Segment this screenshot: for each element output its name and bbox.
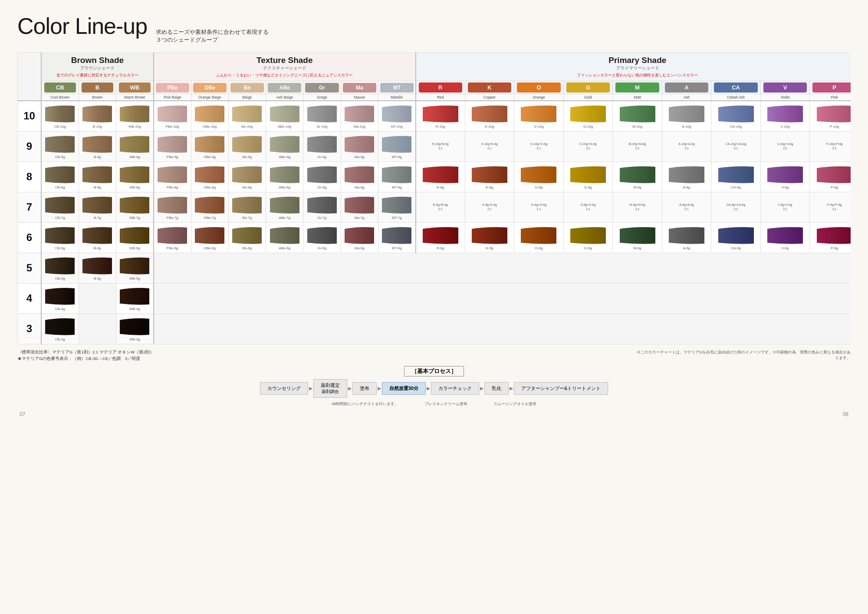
- level-5-num: 5: [18, 253, 41, 283]
- process-title: ［基本プロセス］: [404, 366, 464, 376]
- primary-shade-jp: プライマリーシェード: [419, 65, 851, 71]
- k-label: Copper: [465, 94, 514, 101]
- color-chart-table: Brown Shade ブラウンシェード 全てのグレイ素材に対応するナチュラルカ…: [17, 53, 851, 344]
- ca-label: Cobalt Ash: [711, 94, 761, 101]
- texture-shade-jp: テクスチャーシェード: [157, 65, 413, 71]
- page-num-left: 07: [20, 411, 25, 417]
- be-10: Be-10g: [228, 101, 266, 131]
- color-note: ★マテリアGの色番号表示：（例）CB-3G→C8／色調 3／明度: [17, 356, 154, 362]
- v-10: V-10g: [760, 101, 810, 131]
- level-9-num: 9: [18, 131, 41, 162]
- g-label: Gold: [563, 94, 613, 101]
- step-7: アフターシャンプー&トリートメント: [514, 382, 608, 395]
- level-6-num: 6: [18, 222, 41, 253]
- disclaimer: ※このカラーチャートは、マテリアGを白毛に染め続けた時のイメージです。※印刷物の…: [634, 350, 851, 361]
- level-7-num: 7: [18, 192, 41, 222]
- obe-label: Orange Beige: [191, 94, 228, 101]
- wb-10: WB-10g: [116, 101, 154, 131]
- m-label: Matt: [613, 94, 662, 101]
- level-8-row: 8 CB-8g B-8g WB-8g PBe-8g OBe-8g: [18, 162, 851, 192]
- gr-label: Grege: [303, 94, 341, 101]
- ma-10: Ma-10g: [341, 101, 378, 131]
- v-label: Violet: [760, 94, 810, 101]
- step-6: 乳化: [484, 382, 509, 395]
- brown-shade-desc: 全てのグレイ素材に対応するナチュラルカラー: [44, 73, 151, 78]
- ma-label: Mauve: [341, 94, 378, 101]
- o-label: Orange: [514, 94, 564, 101]
- step-2: 薬剤選定 薬剤調合: [313, 379, 347, 398]
- a-label: Ash: [662, 94, 711, 101]
- b-label: Brown: [79, 94, 116, 101]
- label-row: Cool Brown Brown Warm Brown Pink Beige O…: [18, 94, 851, 101]
- gr-10: Gr-10g: [303, 101, 341, 131]
- page-title: Color Line-up: [17, 13, 147, 39]
- mt-10: MT-10g: [378, 101, 415, 131]
- texture-shade-title: Texture Shade: [157, 56, 413, 65]
- be-label: Beige: [228, 94, 266, 101]
- brown-shade-jp: ブラウンシェード: [44, 65, 151, 71]
- m-10: M-10g: [613, 101, 662, 131]
- level-9-row: 9 CB-9g B-9g WB-9g PBe-9g OBe-9g: [18, 131, 851, 162]
- g-10: G-10g: [563, 101, 613, 131]
- brown-shade-title: Brown Shade: [44, 56, 151, 65]
- cb-10: CB-10g: [41, 101, 79, 131]
- mt-label: Metallic: [378, 94, 415, 101]
- step-3: 塗布: [352, 382, 377, 395]
- level-5-row: 5 CB-5g B-5g WB-5g: [18, 253, 851, 283]
- r-label: Red: [416, 94, 465, 101]
- level-3-row: 3 CB-3g WB-3g: [18, 314, 851, 344]
- chip-code-row: CB B WB PBe OBe Be ABe Gr: [18, 81, 851, 94]
- primary-shade-desc: ファッションカラーと変わらない色の個性を楽しむエンハンスカラー: [419, 73, 851, 78]
- ca-10: CA-10g: [711, 101, 761, 131]
- a-10: A-10g: [662, 101, 711, 131]
- level-7-row: 7 CB-7g B-7g WB-7g PBe-7g OBe-7g: [18, 192, 851, 222]
- level-4-num: 4: [18, 283, 41, 314]
- sub-note-1: 48時間前にパッチテストを行います。: [332, 401, 398, 407]
- primary-shade-title: Primary Shade: [419, 56, 851, 65]
- level-10-row: 10 CB-10g B-10g WB-10g PBe-10g OBe-10g: [18, 101, 851, 131]
- wb-label: Warm Brown: [116, 94, 154, 101]
- page: Color Line-up 求めるニーズや素材条件に合わせて表現する ３つのシェ…: [0, 0, 868, 614]
- header: Color Line-up 求めるニーズや素材条件に合わせて表現する ３つのシェ…: [17, 13, 851, 44]
- abe-label: Ash Beige: [266, 94, 303, 101]
- page-num-right: 08: [843, 411, 848, 417]
- level-10-num: 10: [18, 101, 41, 131]
- r-10: R-10g: [416, 101, 465, 131]
- pbe-label: Pink Beige: [154, 94, 191, 101]
- p-label: Pink: [810, 94, 851, 101]
- b-10: B-10g: [79, 101, 116, 131]
- section-header-row: Brown Shade ブラウンシェード 全てのグレイ素材に対応するナチュラルカ…: [18, 53, 851, 81]
- obe-10: OBe-10g: [191, 101, 228, 131]
- p-10: P-10g: [810, 101, 851, 131]
- level-8-num: 8: [18, 162, 41, 192]
- sub-note-3: スムージングオイル塗布: [493, 401, 536, 407]
- texture-shade-desc: ふんわり・うるおい・ツヤ感などエイジングニーズに応えるニュアンスカラー: [157, 73, 413, 78]
- step-5: カラーチェック: [431, 382, 479, 395]
- level-6-row: 6 CB-6g B-6g WB-6g PBe-6g OBe-6g: [18, 222, 851, 253]
- sub-note-2: プレスキンクリーム塗布: [424, 401, 467, 407]
- step-4: 自然放置30分: [382, 382, 426, 395]
- level-3-num: 3: [18, 314, 41, 344]
- ratio-note: 〈標準混合比率〉マテリアG（第1剤）1:1 マテリア オキシW（第2剤）: [17, 350, 154, 355]
- abe-10: ABe-10g: [266, 101, 303, 131]
- header-subtitle: 求めるニーズや素材条件に合わせて表現する ３つのシェードグループ: [156, 28, 269, 44]
- level-4-row: 4 CB-4g WB-4g: [18, 283, 851, 314]
- step-1: カウンセリング: [260, 382, 308, 395]
- o-10: O-10g: [514, 101, 564, 131]
- pbe-10: PBe-10g: [154, 101, 191, 131]
- cb-label: Cool Brown: [41, 94, 79, 101]
- k-10: K-10g: [465, 101, 514, 131]
